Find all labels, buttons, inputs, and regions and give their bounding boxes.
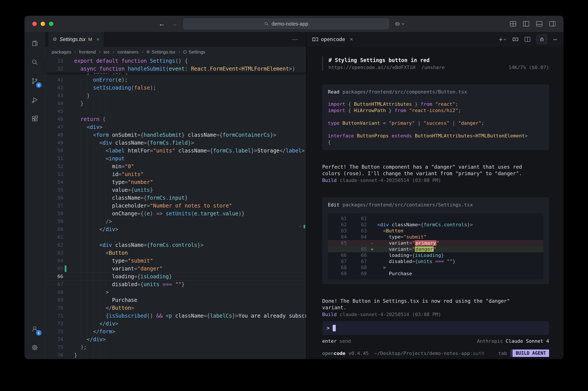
code-line[interactable]: 67 disabled={units === ""} [45,281,306,288]
code-line[interactable]: 53 id="units" [45,170,306,178]
toggle-primary-sidebar-icon[interactable] [523,21,529,27]
code-line[interactable]: 62 <div className={formCs.controls}> [45,241,306,249]
code-line[interactable]: 71 {isSubscribed() && <p className={labe… [45,312,306,320]
breadcrumb-item[interactable]: ⚙Settings.tsx [146,49,175,55]
toggle-panel-icon[interactable] [536,21,543,27]
zoom-window-button[interactable] [49,22,53,26]
new-terminal-button[interactable]: + [499,36,506,43]
extensions-button[interactable] [24,109,45,128]
breadcrumb-item[interactable]: containers [118,49,139,55]
sticky-line[interactable]: 13export default function Settings() { [45,57,306,65]
code-line[interactable]: 64 type="submit" [45,257,306,265]
code-line[interactable]: 60 </div> [45,225,306,233]
code-line[interactable]: 43 } [45,92,306,99]
code-line[interactable]: 70 </Button> [45,304,306,312]
diff-marker [367,271,377,277]
code-line[interactable]: 51 <input [45,155,306,163]
accounts-button[interactable]: 1 [24,319,45,338]
toggle-secondary-sidebar-icon[interactable] [549,21,556,27]
line-number: 43 [45,92,74,99]
panel-more-actions-icon[interactable]: ⋯ [553,36,557,43]
code-line[interactable]: 69 Purchase [45,296,306,304]
code-line[interactable]: 54 type="number" [45,178,306,186]
code-line[interactable]: 74 </div> [45,336,306,343]
sticky-line-number: 13 [45,57,74,65]
line-number: 70 [45,304,74,312]
code-line[interactable]: 46 return ( [45,115,306,123]
back-button[interactable]: ← [158,20,165,27]
message-line: Done! The Button in Settings.tsx is now … [322,298,549,304]
sticky-line-number: 32 [45,65,74,73]
sticky-line[interactable]: 32 async function handleSubmit(event: Re… [45,65,306,73]
code-line[interactable]: 66 loading={isLoading} [45,273,306,281]
code-line[interactable]: 44 } [45,99,306,107]
breadcrumb-label: frontend [79,49,96,55]
window-controls [32,22,53,26]
overview-ruler-modified-mark [304,225,305,228]
code-line[interactable]: 55 value={units} [45,186,306,194]
more-tabs-icon[interactable]: ⋯ [292,36,298,43]
code-line[interactable]: 68 > [45,288,306,296]
code-line[interactable]: 58 onChange={(e) => setUnits(e.target.va… [45,210,306,217]
code-line[interactable]: 45 [45,107,306,115]
breadcrumb-item[interactable]: src [104,49,110,55]
code-line[interactable]: 59 /> [45,217,306,225]
code-line[interactable]: 63 <Button [45,249,306,257]
opencode-status-bar: opencode v0.4.45 ~/Desktop/Projects/demo… [322,350,549,357]
settings-gear-button[interactable] [24,338,45,357]
split-terminal-icon[interactable] [524,37,531,42]
search-text: demo-notes-app [271,21,308,27]
source-control-button[interactable]: 2 [24,72,45,91]
diff-new-line-number [347,240,367,246]
tab-settings-tsx[interactable]: ⚙ Settings.tsx M × [48,32,104,47]
diff-code: <div className={formCs.controls}> [377,222,473,228]
close-window-button[interactable] [32,22,37,26]
code-text: </form> [74,328,115,336]
copilot-button[interactable] [395,21,405,27]
breadcrumb-item[interactable]: Settings [183,49,205,55]
maximize-panel-toggle[interactable] [537,34,547,44]
code-line[interactable]: 42 setIsLoading(false); [45,84,306,92]
opencode-menu-icon[interactable] [513,37,518,41]
agent-mode-label: Build [322,178,337,183]
agent-badge[interactable]: BUILD AGENT [510,350,549,357]
share-url[interactable]: https://opencode.ai/s/eBdFXTiH [329,64,415,71]
code-line[interactable]: 48 <form onSubmit={handleSubmit} classNa… [45,131,306,139]
code-line[interactable]: 56 className={formCs.input} [45,194,306,202]
panel-tab-close-icon[interactable]: × [350,36,353,42]
code-line[interactable]: 65 variant="danger" [45,265,306,273]
code-text: setIsLoading(false); [74,84,156,92]
code-line[interactable]: 75 ); [45,343,306,351]
code-line[interactable]: } catch (e) { [45,73,306,76]
code-line[interactable]: 41 onError(e); [45,76,306,84]
minimize-window-button[interactable] [41,22,45,26]
code-line[interactable]: 49 <div className={formCs.field}> [45,139,306,147]
code-line[interactable]: 73 </form> [45,328,306,336]
customize-layout-icon[interactable] [510,21,516,27]
search-sidebar-button[interactable] [24,53,45,72]
tab-close-icon[interactable]: × [96,36,100,42]
panel-tab-opencode[interactable]: opencode × [312,36,353,42]
prompt-input[interactable]: > [322,321,549,335]
code-line[interactable]: 47 <div> [45,123,306,131]
tab-label: Settings.tsx [60,36,86,42]
code-editor[interactable]: } catch (e) {41 onError(e);42 setIsLoadi… [45,73,306,359]
breadcrumb-item[interactable]: frontend [79,49,96,55]
code-line[interactable]: 72 </div> [45,320,306,328]
provider-label: Anthropic [477,338,503,344]
code-line[interactable]: 50 <label htmlFor="units" className={for… [45,147,306,155]
titlebar[interactable]: ← → demo-notes-app [24,16,564,32]
code-line[interactable]: 57 placeholder="Number of notes to store… [45,202,306,210]
command-center-search[interactable]: demo-notes-app [183,18,389,29]
forward-button[interactable]: → [171,20,178,27]
code-line[interactable]: 52 min="0" [45,163,306,170]
explorer-button[interactable] [24,34,45,53]
code-text: } catch (e) { [74,73,128,76]
code-line[interactable]: 61 [45,233,306,241]
breadcrumb-item[interactable]: packages [52,49,71,55]
code-line[interactable]: 76} [45,351,306,359]
run-debug-button[interactable] [24,91,45,109]
lock-icon [539,37,544,42]
diff-old-line-number: 62 [328,222,347,228]
diff-old-line-number: 68 [328,265,347,271]
